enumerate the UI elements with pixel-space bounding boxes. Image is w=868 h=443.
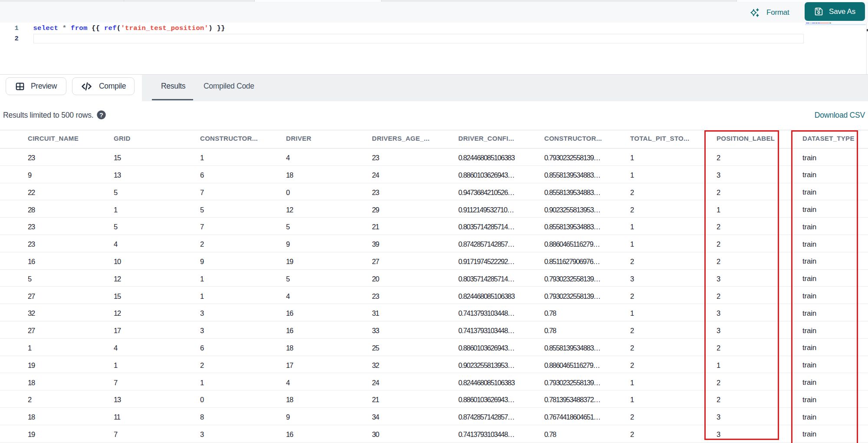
svg-text:?: ?: [99, 111, 103, 118]
